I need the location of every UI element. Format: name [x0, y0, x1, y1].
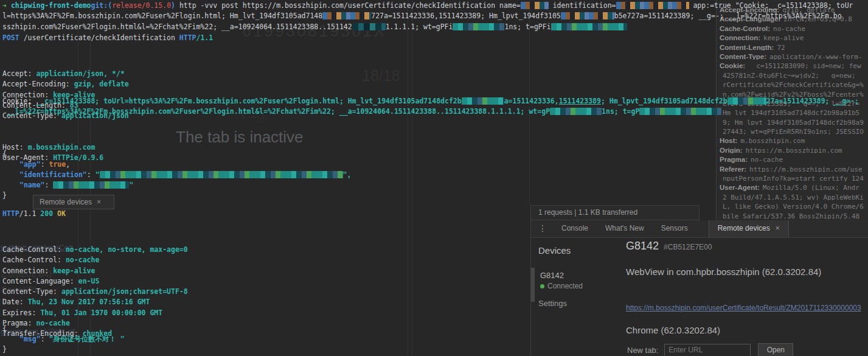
header-value: en-US: [78, 277, 100, 285]
header-name: Cache-Control:: [720, 25, 770, 32]
request-path: /userCertificate/checkIdentification: [19, 33, 179, 42]
header-row: Cache-Control:no-cache: [720, 23, 868, 32]
header-value: 425781nZ-0tu6Flc~=wjdv2; __g=new; _: [723, 72, 864, 79]
request-header-line: Connection:keep-alive: [2, 91, 129, 101]
kebab-menu-icon[interactable]: ⋮: [531, 220, 553, 237]
redacted-value: [616, 2, 689, 9]
window-edge-line: [90, 0, 91, 356]
sidebar-item-device-g8142[interactable]: G8142: [540, 271, 564, 280]
webview-section-title: WebView in com.hpbr.bosszhipin (62.0.320…: [626, 267, 821, 277]
response-header-line: Expires:Thu, 01 Jan 1970 00:00:00 GMT: [2, 309, 188, 319]
connected-dot-icon: [540, 284, 544, 288]
header-row: 425781nZ-0tu6Flc~=wjdv2; __g=new; _: [720, 69, 868, 79]
ghost-remote-devices-tab[interactable]: Remote devices×: [33, 195, 114, 209]
header-name: User-Agent:: [720, 184, 760, 190]
sidebar-item-settings[interactable]: Settings: [538, 299, 567, 308]
tab-remote-devices[interactable]: Remote devices×: [709, 220, 789, 237]
header-row: L, like Gecko) Version/4.0 Chrome/6: [720, 200, 868, 209]
webview-page-link[interactable]: https://m.bosszhipin.com/userCertificate…: [626, 304, 861, 312]
redacted-value: [53, 181, 129, 189]
tab-console[interactable]: Console: [553, 220, 597, 237]
tab-whats-new[interactable]: What's New: [597, 220, 653, 237]
redacted-value: [322, 12, 371, 19]
header-value: application/x-www-form-: [769, 53, 862, 60]
header-name: User-Agent:: [2, 153, 49, 162]
redacted-value: [521, 2, 549, 9]
header-value: application/json, */*: [36, 69, 124, 78]
request-header-line: Content-Length:83: [2, 101, 129, 111]
redacted-value: [453, 23, 504, 30]
header-value: gzip, deflate: [74, 80, 129, 88]
window-edge-line: [78, 0, 78, 356]
ghost-id-number: 619930819301X: [242, 22, 386, 41]
header-row: Pragma:no-cache: [720, 153, 868, 162]
status-code: 200: [40, 209, 53, 218]
header-row: bile Safari/537.36 BossZhipin/5.48: [720, 210, 868, 219]
header-row: nputPersonInfo?ka=start_certify_124: [720, 172, 868, 181]
devices-section-title: Devices: [538, 245, 571, 256]
header-value: __c=1511283090; sid=new; few: [748, 62, 861, 69]
request-header-line: Host:m.bosszhipin.com: [2, 143, 103, 153]
response-header-line: Date:Thu, 23 Nov 2017 07:56:16 GMT: [2, 298, 188, 308]
header-value: chunked: [83, 329, 112, 338]
ghost-next-step-button: 下一步: [238, 112, 268, 125]
header-name: Referer:: [720, 166, 746, 172]
header-name: Cookie:: [720, 62, 745, 69]
header-value: keep-alive: [53, 267, 95, 275]
json-close-brace: }: [2, 191, 7, 201]
tab-sensors[interactable]: Sensors: [653, 220, 696, 237]
command-text: http -vvv post https://m.bosszhipin.com/…: [175, 1, 521, 10]
redacted-value: [551, 23, 627, 30]
ghost-enter-url: Enter URL: [2, 285, 39, 294]
json-value: true: [49, 160, 66, 169]
header-value: no-cache: [66, 256, 99, 264]
header-value: 9; Hm_lpvt_194df3105ad7148dcf2b98a9: [723, 119, 864, 125]
json-key: "msg": [19, 335, 41, 343]
redacted-value: [462, 97, 504, 105]
request-header-line: Accept:application/json, */*: [2, 69, 129, 80]
command-text: 1ns; t=gPFi: [504, 23, 550, 31]
header-name: Host:: [2, 143, 24, 152]
header-name: Origin:: [720, 147, 743, 153]
header-row: Cookie:__c=1511283090; sid=new; few: [720, 60, 868, 69]
header-name: Date:: [2, 298, 24, 306]
tab-inactive-message: The tab is inactive: [176, 128, 304, 147]
header-name: Accept:: [2, 69, 32, 78]
request-headers-tail: Host:m.bosszhipin.comUser-Agent:HTTPie/0…: [2, 117, 103, 164]
json-close-brace: }: [2, 345, 7, 355]
header-name: Host:: [720, 137, 737, 144]
json-identification-line: "identification": "",: [2, 170, 351, 181]
close-icon[interactable]: ×: [776, 224, 780, 232]
chrome-section-title: Chrome (62.0.3202.84): [626, 325, 720, 335]
header-value: zh-CN,en-US;q=0.8: [783, 15, 852, 22]
header-value: L, like Gecko) Version/4.0 Chrome/6: [723, 203, 864, 209]
http-label: HTTP: [179, 33, 196, 42]
header-value: __l=%22r=https%3A%2F%2Fm.bosszhipin.com%…: [2, 107, 550, 116]
header-name: Accept-Encoding:: [2, 80, 70, 88]
header-value: application/json: [61, 111, 129, 120]
header-value: Thu, 23 Nov 2017 07:56:16 GMT: [28, 298, 150, 306]
request-headers-panel: Accept-Encoding:gzip, deflate Accept-Lan…: [716, 0, 868, 226]
request-header-line: User-Agent:HTTPie/0.9.6: [2, 153, 103, 164]
connected-label: Connected: [547, 282, 583, 290]
header-value: no-cache, no-store, max-age=0: [66, 245, 188, 254]
header-row: n.com%2Fweijd%2Fv2%2Fboss%2Fcenter%: [720, 88, 868, 97]
header-row: Accept-Encoding:gzip, deflate: [720, 4, 868, 13]
header-name: Cookie:: [2, 97, 32, 105]
close-icon[interactable]: ×: [97, 198, 101, 206]
ghost-chrome-version: 2.0.3202.84): [1, 268, 52, 279]
header-value: m.bosszhipin.com: [740, 137, 805, 144]
open-button[interactable]: Open: [758, 343, 793, 356]
url-input[interactable]: [664, 344, 751, 356]
header-value: Mozilla/5.0 (Linux; Andr: [763, 184, 859, 190]
header-name: Content-Length:: [720, 44, 774, 51]
ghost-photo-counter: 18/18: [362, 67, 400, 85]
header-name: Pragma:: [720, 156, 748, 162]
redacted-value: [550, 108, 602, 115]
command-text: 727a=1511423336,1511423389; Hm_lpvt_194d…: [371, 12, 561, 20]
header-row: 2 Build/47.1.A.5.51; wv) AppleWebKi: [720, 191, 868, 200]
request-header-line: Content-Type:application/json: [2, 111, 129, 122]
header-value: keep-alive: [763, 34, 804, 41]
status-text: OK: [53, 209, 66, 218]
header-value: Hm_lvt_194df3105ad7148dcf2b98a91b5: [723, 109, 859, 116]
